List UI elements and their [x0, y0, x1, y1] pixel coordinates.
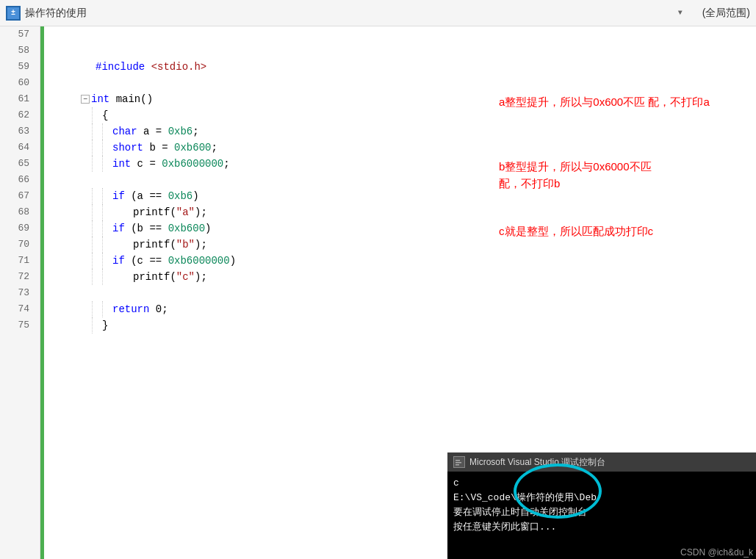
annotation-2: b整型提升，所以与0x6000不匹配，不打印b	[499, 159, 749, 192]
console-window[interactable]: Microsoft Visual Studio 调试控制台 c E:\VS_co…	[447, 452, 756, 559]
main-func: main()	[116, 93, 153, 105]
svg-rect-3	[456, 464, 459, 466]
if3-val: 0xb6000000	[168, 255, 230, 267]
code-line-57	[51, 26, 756, 43]
code-line-72: printf("c");	[51, 269, 756, 285]
hex-val-a: 0xb6	[168, 126, 193, 137]
line-60: 60	[0, 75, 34, 91]
console-line-1: c	[453, 476, 750, 491]
if1-val: 0xb6	[168, 190, 193, 202]
if-keyword-1: if	[112, 190, 125, 202]
printf-c: printf("c");	[133, 271, 207, 283]
line-65: 65	[0, 156, 34, 172]
dropdown-icon[interactable]: ▼	[673, 6, 688, 21]
line-66: 66	[0, 172, 34, 188]
window-title: 操作符的使用	[25, 7, 673, 20]
code-line-71: if (c == 0xb6000000 )	[51, 253, 756, 269]
code-line-64: short b = 0xb600 ;	[51, 140, 756, 156]
line-59: 59	[0, 59, 34, 75]
printf-a: printf("a");	[133, 206, 207, 218]
console-title-bar: Microsoft Visual Studio 调试控制台	[447, 452, 756, 472]
line-71: 71	[0, 253, 34, 269]
console-body: c E:\VS_code\操作符的使用\Deb 要在调试停止时自动关闭控制台 按…	[447, 472, 756, 539]
if-keyword-3: if	[112, 255, 125, 267]
if-keyword-2: if	[112, 223, 125, 234]
collapse-icon[interactable]: −	[81, 95, 90, 104]
line-74: 74	[0, 301, 34, 317]
annotation-3: c就是整型，所以匹配成功打印c	[499, 223, 749, 240]
if2-val: 0xb600	[168, 223, 205, 234]
line-72: 72	[0, 269, 34, 285]
open-brace: {	[102, 109, 108, 121]
scope-label: (全局范围)	[702, 7, 750, 20]
include-file: <stdio.h>	[151, 61, 207, 73]
annotation-1: a整型提升，所以与0x600不匹 配，不打印a	[499, 94, 749, 111]
code-line-75: }	[51, 317, 756, 333]
console-line-4: 按任意键关闭此窗口...	[453, 520, 750, 535]
line-68: 68	[0, 204, 34, 220]
svg-rect-1	[456, 460, 460, 461]
return-keyword: return	[112, 303, 149, 315]
int-keyword: int	[91, 93, 109, 105]
line-69: 69	[0, 220, 34, 237]
line-numbers: 57 58 59 60 61 62 63 64 65 66 67 68 69 7…	[0, 26, 40, 559]
line-67: 67	[0, 188, 34, 204]
csdn-watermark: CSDN @ich&du_k	[677, 546, 756, 559]
app-icon: ±	[6, 6, 21, 21]
short-keyword: short	[112, 142, 143, 154]
code-content[interactable]: #include <stdio.h> − int main() { char a…	[44, 26, 756, 559]
printf-b: printf("b");	[133, 239, 207, 250]
line-75: 75	[0, 317, 34, 333]
hex-val-c: 0xb6000000	[162, 158, 223, 170]
code-line-74: return 0;	[51, 301, 756, 317]
svg-rect-2	[456, 462, 461, 464]
console-line-3: 要在调试停止时自动关闭控制台	[453, 505, 750, 520]
code-line-58	[51, 43, 756, 59]
editor-area: 57 58 59 60 61 62 63 64 65 66 67 68 69 7…	[0, 26, 756, 559]
line-61: 61	[0, 91, 34, 107]
char-keyword: char	[112, 126, 137, 137]
line-58: 58	[0, 43, 34, 59]
console-icon	[453, 456, 465, 468]
line-62: 62	[0, 107, 34, 123]
code-line-59: #include <stdio.h>	[51, 59, 756, 75]
code-line-63: char a = 0xb6 ;	[51, 123, 756, 140]
line-73: 73	[0, 285, 34, 301]
console-line-2: E:\VS_code\操作符的使用\Deb	[453, 491, 750, 505]
line-57: 57	[0, 26, 34, 43]
hex-val-b: 0xb600	[174, 142, 211, 154]
title-bar: ± 操作符的使用 ▼ (全局范围)	[0, 0, 756, 26]
code-line-60	[51, 75, 756, 91]
code-line-68: printf("a");	[51, 204, 756, 220]
close-brace: }	[102, 320, 108, 331]
line-70: 70	[0, 237, 34, 253]
line-64: 64	[0, 140, 34, 156]
code-line-73	[51, 285, 756, 301]
int-keyword-c: int	[112, 158, 131, 170]
include-keyword: #include	[96, 61, 145, 73]
console-title-text: Microsoft Visual Studio 调试控制台	[469, 456, 605, 469]
line-63: 63	[0, 123, 34, 140]
